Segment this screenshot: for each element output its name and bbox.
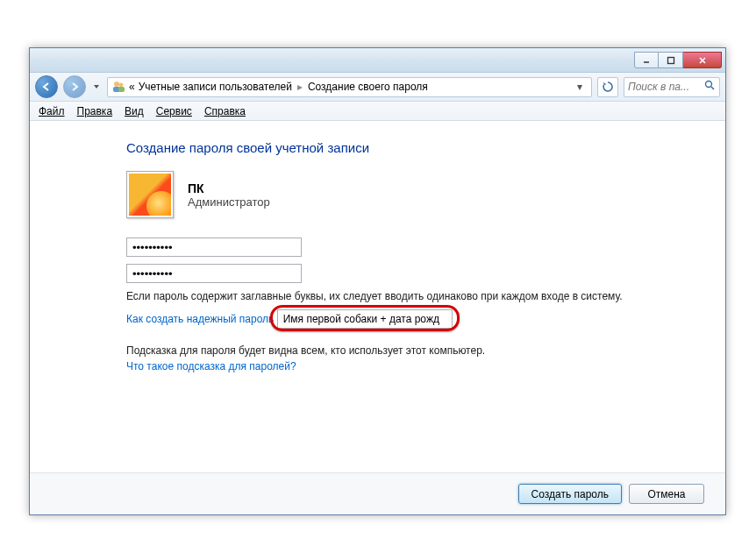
breadcrumb-dropdown-icon[interactable]: ▾ (572, 81, 588, 93)
svg-point-4 (114, 82, 119, 87)
search-box[interactable] (624, 77, 720, 97)
password-field[interactable] (126, 238, 302, 257)
minimize-button[interactable] (634, 52, 659, 68)
account-text: ПК Администратор (188, 181, 270, 209)
svg-line-9 (711, 87, 714, 89)
forward-button[interactable] (63, 75, 86, 98)
navbar: « Учетные записи пользователей ▸ Создани… (30, 73, 725, 102)
menubar: Файл Правка Вид Сервис Справка (30, 102, 725, 121)
nav-history-dropdown[interactable] (91, 75, 102, 98)
titlebar (30, 48, 725, 73)
search-icon (704, 80, 716, 94)
menu-view[interactable]: Вид (125, 105, 144, 117)
svg-rect-7 (118, 87, 125, 92)
strong-password-link[interactable]: Как создать надежный пароль (126, 313, 274, 325)
content-area: Создание пароля своей учетной записи ПК … (30, 121, 725, 472)
svg-point-6 (119, 83, 124, 88)
flower-icon (129, 174, 171, 216)
menu-edit[interactable]: Правка (77, 105, 113, 117)
what-is-hint-link[interactable]: Что такое подсказка для паролей? (126, 360, 296, 372)
account-role: Администратор (188, 195, 270, 209)
refresh-button[interactable] (597, 77, 618, 97)
users-icon (111, 80, 125, 94)
cancel-button[interactable]: Отмена (629, 484, 704, 504)
page-title: Создание пароля своей учетной записи (126, 140, 690, 155)
hint-field-wrap (277, 309, 453, 329)
avatar (126, 171, 174, 218)
search-input[interactable] (628, 81, 698, 93)
account-info: ПК Администратор (126, 171, 690, 218)
control-panel-window: « Учетные записи пользователей ▸ Создани… (29, 47, 726, 515)
password-confirm-field[interactable] (126, 264, 302, 283)
window-controls (634, 52, 722, 68)
menu-tools[interactable]: Сервис (156, 105, 192, 117)
caps-note: Если пароль содержит заглавные буквы, их… (126, 290, 690, 302)
breadcrumb[interactable]: « Учетные записи пользователей ▸ Создани… (107, 77, 592, 97)
create-password-button[interactable]: Создать пароль (518, 484, 622, 504)
menu-file[interactable]: Файл (39, 105, 65, 117)
breadcrumb-separator-icon: ▸ (292, 81, 308, 93)
svg-point-8 (706, 82, 712, 88)
maximize-button[interactable] (659, 52, 683, 68)
menu-help[interactable]: Справка (204, 105, 246, 117)
svg-rect-1 (667, 57, 674, 63)
back-button[interactable] (35, 75, 58, 98)
hint-visibility-note: Подсказка для пароля будет видна всем, к… (126, 344, 690, 357)
breadcrumb-prefix: « (129, 81, 135, 93)
close-button[interactable] (683, 52, 722, 68)
account-name: ПК (188, 181, 270, 195)
breadcrumb-item[interactable]: Учетные записи пользователей (139, 81, 292, 93)
password-hint-field[interactable] (277, 309, 453, 329)
breadcrumb-item[interactable]: Создание своего пароля (308, 81, 428, 93)
footer: Создать пароль Отмена (30, 472, 725, 514)
